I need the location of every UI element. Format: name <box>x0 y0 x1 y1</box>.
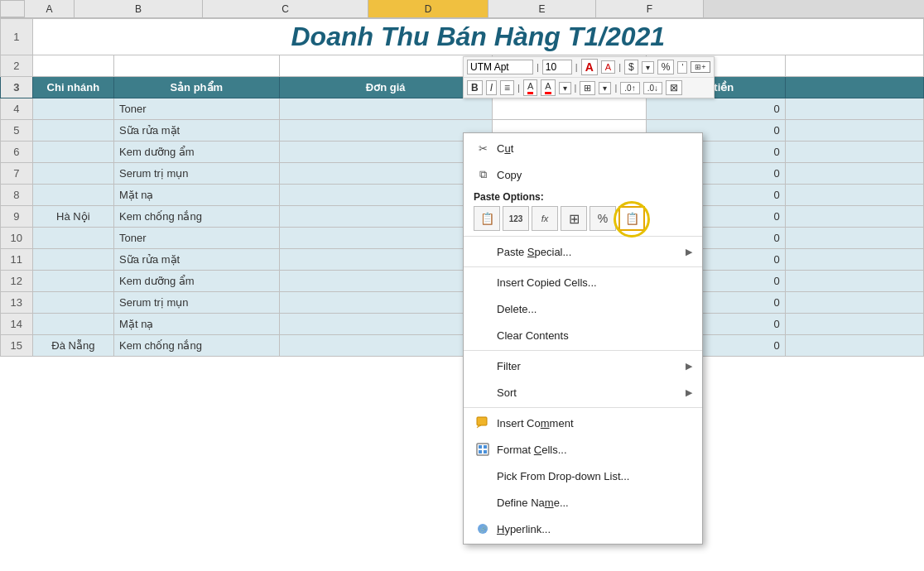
border-btn[interactable]: ⊞ <box>580 81 595 95</box>
col-header-e[interactable]: E <box>488 0 596 17</box>
cell-chi-nhanh-11[interactable] <box>32 249 113 271</box>
cell-f-14[interactable] <box>785 314 923 335</box>
cell-don-gia-4[interactable] <box>279 98 492 120</box>
italic-btn[interactable]: I <box>486 80 497 95</box>
cell-chi-nhanh-10[interactable] <box>32 228 113 249</box>
col-header-a[interactable]: A <box>25 0 75 17</box>
col-header-d[interactable]: D <box>368 0 488 17</box>
currency-btn[interactable]: $ <box>624 60 638 74</box>
col-header-b[interactable]: B <box>75 0 203 17</box>
cell-san-pham-14[interactable]: Mặt nạ <box>114 314 279 335</box>
cm-define-name[interactable]: Define Name... <box>464 489 702 516</box>
cell-don-gia-7[interactable] <box>279 163 492 185</box>
paste-btn-1[interactable]: 📋 <box>474 206 500 231</box>
cell-2a[interactable] <box>32 55 113 77</box>
cm-insert-copied[interactable]: Insert Copied Cells... <box>464 269 702 295</box>
dropdown-color-btn[interactable]: ▾ <box>559 82 571 94</box>
cell-f-13[interactable] <box>785 292 923 314</box>
cell-don-gia-12[interactable] <box>279 271 492 292</box>
cell-f-7[interactable] <box>785 163 923 185</box>
cell-2f[interactable] <box>785 55 923 77</box>
cell-f-6[interactable] <box>785 142 923 163</box>
cell-don-gia-10[interactable] <box>279 228 492 249</box>
format-btn[interactable]: ⊞+ <box>691 61 710 73</box>
cell-d-4[interactable] <box>492 98 647 120</box>
cell-2c[interactable] <box>279 55 492 77</box>
cm-delete[interactable]: Delete... <box>464 295 702 322</box>
cell-chi-nhanh-4[interactable] <box>32 98 113 120</box>
highlight-color-btn[interactable]: A <box>523 79 537 96</box>
cell-don-gia-9[interactable] <box>279 206 492 228</box>
cell-f-15[interactable] <box>785 335 923 357</box>
paste-btn-5[interactable]: % <box>590 206 616 231</box>
cell-don-gia-15[interactable] <box>279 335 492 357</box>
cell-don-gia-8[interactable] <box>279 185 492 206</box>
bold-btn[interactable]: B <box>467 80 483 95</box>
cell-don-gia-6[interactable] <box>279 142 492 163</box>
cell-chi-nhanh-6[interactable] <box>32 142 113 163</box>
cell-san-pham-11[interactable]: Sữa rửa mặt <box>114 249 279 271</box>
cm-hyperlink[interactable]: 🔗 Hyperlink... <box>464 516 702 542</box>
cell-f-12[interactable] <box>785 271 923 292</box>
cm-cut[interactable]: ✂ Cut <box>464 135 702 161</box>
cm-insert-comment[interactable]: Insert Comment <box>464 410 702 436</box>
dropdown-btn[interactable]: ▾ <box>642 61 654 74</box>
cell-san-pham-5[interactable]: Sữa rửa mặt <box>114 120 279 142</box>
cm-sort[interactable]: Sort ▶ <box>464 379 702 405</box>
border-dropdown-btn[interactable]: ▾ <box>599 82 611 94</box>
cm-format-cells[interactable]: Format Cells... <box>464 436 702 463</box>
col-header-c[interactable]: C <box>203 0 368 17</box>
cell-san-pham-10[interactable]: Toner <box>114 228 279 249</box>
comma-btn[interactable]: ' <box>677 61 687 74</box>
cell-thanh-tien-4[interactable]: 0 <box>647 98 785 120</box>
cell-san-pham-7[interactable]: Serum trị mụn <box>114 163 279 185</box>
toolbar-separator-3: | <box>618 62 621 72</box>
paste-btn-4[interactable]: ⊞ <box>561 206 587 231</box>
paste-btn-3[interactable]: fx <box>532 206 558 231</box>
cell-f-11[interactable] <box>785 249 923 271</box>
cell-2b[interactable] <box>114 55 279 77</box>
cell-chi-nhanh-13[interactable] <box>32 292 113 314</box>
cell-f-10[interactable] <box>785 228 923 249</box>
cell-chi-nhanh-12[interactable] <box>32 271 113 292</box>
cell-chi-nhanh-8[interactable] <box>32 185 113 206</box>
paste-btn-2[interactable]: 123 <box>503 206 529 231</box>
cell-f-4[interactable] <box>785 98 923 120</box>
cell-san-pham-12[interactable]: Kem dưỡng ẩm <box>114 271 279 292</box>
decimal-up-btn[interactable]: .0↑ <box>620 82 639 94</box>
font-color-btn[interactable]: A <box>541 79 555 96</box>
cm-paste-special[interactable]: Paste Special... ▶ <box>464 238 702 265</box>
increase-font-btn[interactable]: A <box>581 59 598 75</box>
font-size-input[interactable] <box>542 60 572 74</box>
font-name-input[interactable] <box>467 60 533 74</box>
cell-san-pham-4[interactable]: Toner <box>114 98 279 120</box>
cm-copy[interactable]: ⧉ Copy <box>464 161 702 188</box>
cell-f-5[interactable] <box>785 120 923 142</box>
cell-chi-nhanh-9[interactable]: Hà Nội <box>32 206 113 228</box>
cell-chi-nhanh-14[interactable] <box>32 314 113 335</box>
cell-don-gia-13[interactable] <box>279 292 492 314</box>
cell-chi-nhanh-7[interactable] <box>32 163 113 185</box>
cell-chi-nhanh-5[interactable] <box>32 120 113 142</box>
decrease-font-btn[interactable]: A <box>601 60 615 74</box>
cell-san-pham-9[interactable]: Kem chống nắng <box>114 206 279 228</box>
cell-san-pham-8[interactable]: Mặt nạ <box>114 185 279 206</box>
cell-san-pham-15[interactable]: Kem chống nắng <box>114 335 279 357</box>
merge-btn[interactable]: ⊠ <box>666 80 682 95</box>
cell-san-pham-13[interactable]: Serum trị mụn <box>114 292 279 314</box>
cell-chi-nhanh-15[interactable]: Đà Nẵng <box>32 335 113 357</box>
cell-f-9[interactable] <box>785 206 923 228</box>
cm-clear-contents[interactable]: Clear Contents <box>464 322 702 348</box>
cell-don-gia-5[interactable] <box>279 120 492 142</box>
decimal-down-btn[interactable]: .0↓ <box>643 82 662 94</box>
cm-pick-dropdown[interactable]: Pick From Drop-down List... <box>464 463 702 489</box>
paste-btn-6[interactable]: 📋 <box>618 206 645 231</box>
align-btn[interactable]: ≡ <box>500 80 514 95</box>
cell-san-pham-6[interactable]: Kem dưỡng ẩm <box>114 142 279 163</box>
cm-filter[interactable]: Filter ▶ <box>464 353 702 379</box>
cell-f-8[interactable] <box>785 185 923 206</box>
percent-btn[interactable]: % <box>657 60 675 74</box>
cell-don-gia-14[interactable] <box>279 314 492 335</box>
col-header-f[interactable]: F <box>596 0 704 17</box>
cell-don-gia-11[interactable] <box>279 249 492 271</box>
